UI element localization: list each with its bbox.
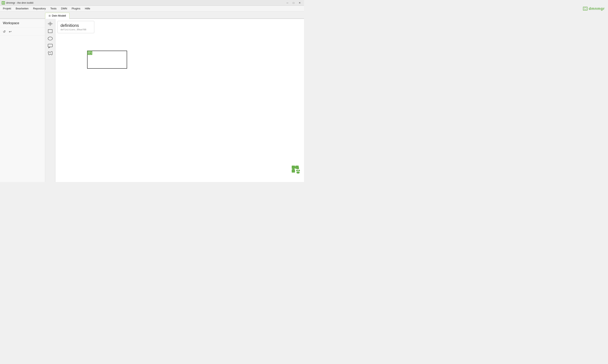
left-toolbar: ↺ ↩ [0,28,45,36]
svg-rect-12 [292,166,295,169]
callout-tool[interactable] [47,43,54,49]
menu-bearbeiten[interactable]: Bearbeiten [13,6,31,11]
menu-repository[interactable]: Repository [31,6,48,11]
maximize-button[interactable]: □ [291,1,296,5]
menu-dmn[interactable]: DMN [59,6,69,11]
svg-point-18 [296,170,298,171]
main-container: ⊞ Dein Modell Workspace ↺ ↩ [0,12,304,182]
definitions-panel: definitions definitions_09waf08 [57,21,94,33]
title-bar: dmnmgr - the dmn toolkit ─ □ ✕ [0,0,304,6]
svg-point-17 [297,167,299,169]
tab-grid-icon: ⊞ [49,14,51,17]
wave-rect-tool[interactable] [47,51,54,56]
menu-bar: Projekt Bearbeiten Repository Tests DMN … [0,6,304,12]
svg-point-19 [298,170,300,171]
svg-rect-9 [88,52,91,54]
svg-rect-8 [48,44,52,47]
close-button[interactable]: ✕ [297,1,302,5]
svg-point-20 [297,171,300,174]
menu-tests[interactable]: Tests [48,6,59,11]
svg-point-16 [293,169,294,170]
title-text: dmnmgr - the dmn toolkit [6,1,33,4]
left-panel: Workspace ↺ ↩ [0,19,45,182]
tab-dein-modell[interactable]: ⊞ Dein Modell [45,13,69,19]
menu-plugins[interactable]: Plugins [69,6,82,11]
undo-button[interactable]: ↩ [8,29,12,34]
svg-rect-0 [2,2,4,4]
definitions-id: definitions_09waf08 [61,28,91,31]
rectangle-tool[interactable] [47,28,54,34]
tab-label: Dein Modell [52,14,66,17]
decision-table-box[interactable] [87,51,127,69]
svg-point-15 [295,166,296,168]
refresh-button[interactable]: ↺ [2,29,6,34]
canvas-container[interactable]: definitions definitions_09waf08 [55,19,304,182]
content-area: Workspace ↺ ↩ [0,19,304,182]
puzzle-icon [291,165,301,175]
tab-bar: ⊞ Dein Modell [0,12,304,19]
decision-table-icon [87,51,92,55]
svg-rect-6 [48,29,52,33]
menu-projekt[interactable]: Projekt [1,6,13,11]
pointer-tool[interactable] [47,21,54,27]
definitions-title: definitions [61,23,91,28]
title-bar-controls: ─ □ ✕ [285,1,302,5]
shape-tools-panel [45,19,55,182]
minimize-button[interactable]: ─ [285,1,290,5]
title-bar-left: dmnmgr - the dmn toolkit [2,1,33,4]
app-icon [2,1,5,4]
ellipse-tool[interactable] [47,36,54,41]
workspace-label: Workspace [0,19,45,28]
menu-hilfe[interactable]: Hilfe [83,6,92,11]
svg-point-7 [48,37,52,40]
